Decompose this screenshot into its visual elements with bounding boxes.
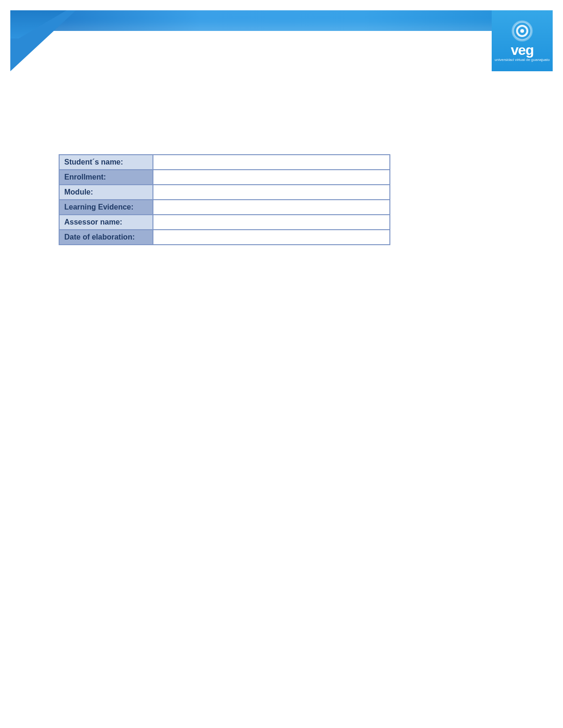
student-info-table: Student´s name: Enrollment: Module: Lear… bbox=[59, 154, 390, 245]
label-date-elaboration: Date of elaboration: bbox=[60, 230, 153, 244]
logo: veg universidad virtual de guanajuato bbox=[492, 10, 553, 71]
logo-subtext: universidad virtual de guanajuato bbox=[495, 58, 549, 62]
row-enrollment: Enrollment: bbox=[60, 170, 389, 185]
header-bar bbox=[10, 10, 553, 31]
label-student-name: Student´s name: bbox=[60, 155, 153, 169]
label-module: Module: bbox=[60, 185, 153, 199]
header-white-cut bbox=[76, 31, 492, 73]
value-enrollment[interactable] bbox=[153, 170, 389, 184]
value-learning-evidence[interactable] bbox=[153, 200, 389, 214]
label-enrollment: Enrollment: bbox=[60, 170, 153, 184]
row-assessor-name: Assessor name: bbox=[60, 215, 389, 230]
row-student-name: Student´s name: bbox=[60, 155, 389, 170]
label-assessor-name: Assessor name: bbox=[60, 215, 153, 229]
row-date-elaboration: Date of elaboration: bbox=[60, 230, 389, 244]
value-module[interactable] bbox=[153, 185, 389, 199]
logo-swirl-icon bbox=[511, 20, 533, 42]
row-learning-evidence: Learning Evidence: bbox=[60, 200, 389, 215]
label-learning-evidence: Learning Evidence: bbox=[60, 200, 153, 214]
value-date-elaboration[interactable] bbox=[153, 230, 389, 244]
header-banner: veg universidad virtual de guanajuato bbox=[10, 10, 553, 71]
value-student-name[interactable] bbox=[153, 155, 389, 169]
value-assessor-name[interactable] bbox=[153, 215, 389, 229]
logo-text: veg bbox=[511, 43, 534, 57]
svg-point-2 bbox=[520, 29, 524, 33]
row-module: Module: bbox=[60, 185, 389, 200]
